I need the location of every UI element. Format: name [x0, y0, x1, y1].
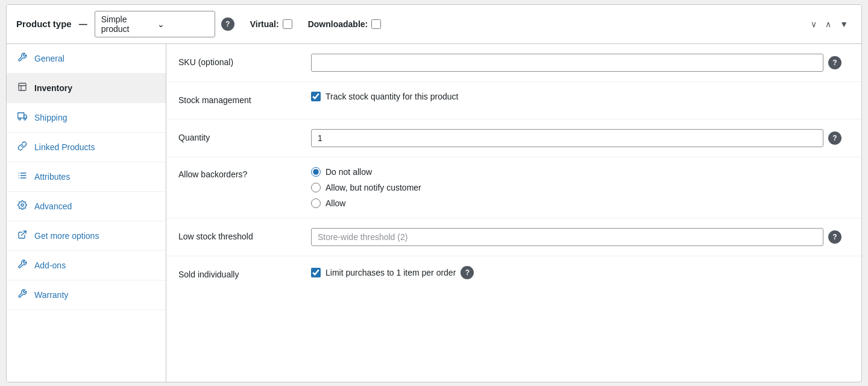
svg-rect-3 [18, 113, 24, 118]
product-type-value: Simple product [101, 14, 153, 34]
sidebar-item-shipping-label: Shipping [34, 113, 68, 122]
body-layout: General Inventory Shipping [7, 44, 861, 382]
stock-management-checkbox[interactable] [311, 92, 321, 101]
svg-point-13 [21, 204, 24, 206]
collapse-button[interactable]: ∨ [807, 17, 820, 31]
content-area: SKU (optional) ? Stock management Track … [166, 44, 861, 382]
quantity-help-icon[interactable]: ? [828, 131, 841, 145]
backorder-do-not-allow-radio[interactable] [311, 167, 321, 177]
backorders-field: Do not allow Allow, but notify customer … [311, 167, 849, 208]
sold-individually-row: Sold individually Limit purchases to 1 i… [166, 256, 861, 294]
low-stock-label: Low stock threshold [178, 228, 311, 241]
backorder-allow-notify-label[interactable]: Allow, but notify customer [311, 183, 421, 192]
shipping-icon [16, 112, 28, 124]
sku-help-icon[interactable]: ? [828, 56, 841, 69]
backorders-label: Allow backorders? [178, 167, 311, 179]
quantity-field: ? [311, 129, 849, 147]
sold-individually-help-icon[interactable]: ? [461, 266, 474, 279]
sidebar-item-inventory-label: Inventory [34, 83, 72, 93]
virtual-row: Virtual: [250, 19, 292, 29]
downloadable-checkbox[interactable] [371, 19, 381, 29]
sold-individually-check-label[interactable]: Limit purchases to 1 item per order [311, 268, 456, 277]
stock-management-field: Track stock quantity for this product [311, 92, 849, 101]
link-icon [16, 141, 28, 153]
product-type-select[interactable]: Simple product ⌄ [95, 11, 215, 37]
more-button[interactable]: ▼ [836, 17, 852, 31]
sidebar-item-advanced[interactable]: Advanced [7, 192, 166, 221]
plug-icon [16, 230, 28, 242]
wrench-icon [16, 52, 28, 65]
backorder-allow-text: Allow [326, 198, 345, 208]
sold-individually-field: Limit purchases to 1 item per order ? [311, 266, 849, 279]
sidebar-item-add-ons[interactable]: Add-ons [7, 251, 166, 280]
gear-icon [16, 200, 28, 212]
low-stock-row: Low stock threshold ? [166, 218, 861, 256]
quantity-input[interactable] [311, 129, 823, 147]
svg-line-14 [22, 231, 26, 235]
low-stock-input[interactable] [311, 228, 823, 246]
stock-management-label: Stock management [178, 92, 311, 105]
sidebar-item-shipping[interactable]: Shipping [7, 103, 166, 133]
sold-individually-label: Sold individually [178, 266, 311, 279]
backorder-allow-notify-text: Allow, but notify customer [326, 183, 421, 192]
svg-marker-4 [24, 115, 27, 118]
product-panel: Product type — Simple product ⌄ ? Virtua… [6, 4, 862, 382]
backorders-radio-group: Do not allow Allow, but notify customer … [311, 167, 421, 208]
sidebar: General Inventory Shipping [7, 44, 166, 382]
low-stock-help-icon[interactable]: ? [828, 230, 841, 244]
sidebar-item-general-label: General [34, 54, 64, 63]
downloadable-row: Downloadable: [308, 19, 382, 29]
backorder-do-not-allow-text: Do not allow [326, 167, 372, 177]
expand-button[interactable]: ∧ [822, 17, 835, 31]
sku-row: SKU (optional) ? [166, 44, 861, 82]
sidebar-item-linked-products[interactable]: Linked Products [7, 133, 166, 162]
virtual-checkbox[interactable] [283, 19, 292, 29]
sidebar-item-advanced-label: Advanced [34, 201, 72, 211]
sold-individually-checkbox[interactable] [311, 268, 321, 277]
sku-label: SKU (optional) [178, 54, 311, 67]
backorder-do-not-allow-label[interactable]: Do not allow [311, 167, 421, 177]
chevron-down-icon: ⌄ [157, 19, 209, 29]
sku-input[interactable] [311, 54, 823, 72]
sidebar-item-inventory[interactable]: Inventory [7, 74, 166, 103]
product-type-help-icon[interactable]: ? [221, 17, 234, 31]
sidebar-item-warranty-label: Warranty [34, 290, 68, 300]
warranty-icon [16, 289, 28, 301]
virtual-label: Virtual: [250, 19, 279, 29]
sidebar-item-attributes-label: Attributes [34, 172, 70, 182]
product-type-label: Product type [16, 19, 72, 29]
header-controls: ∨ ∧ ▼ [807, 17, 852, 31]
sidebar-item-attributes[interactable]: Attributes [7, 162, 166, 192]
stock-management-row: Stock management Track stock quantity fo… [166, 82, 861, 119]
inventory-icon [16, 82, 28, 94]
header-bar: Product type — Simple product ⌄ ? Virtua… [7, 5, 861, 44]
sidebar-item-linked-products-label: Linked Products [34, 142, 95, 152]
quantity-label: Quantity [178, 129, 311, 142]
backorder-allow-label[interactable]: Allow [311, 198, 421, 208]
sku-field: ? [311, 54, 849, 72]
svg-point-6 [24, 118, 26, 119]
attributes-icon [16, 171, 28, 183]
stock-management-check-label[interactable]: Track stock quantity for this product [311, 92, 458, 101]
stock-management-checkbox-text: Track stock quantity for this product [326, 92, 458, 101]
sidebar-item-get-more-options[interactable]: Get more options [7, 221, 166, 251]
svg-point-5 [19, 118, 20, 119]
sidebar-item-add-ons-label: Add-ons [34, 261, 66, 270]
sold-individually-checkbox-text: Limit purchases to 1 item per order [326, 268, 456, 277]
sidebar-item-general[interactable]: General [7, 44, 166, 74]
backorder-allow-radio[interactable] [311, 198, 321, 208]
low-stock-field: ? [311, 228, 849, 246]
addons-icon [16, 259, 28, 271]
header-dash: — [79, 19, 87, 29]
backorder-allow-notify-radio[interactable] [311, 183, 321, 192]
sidebar-item-warranty[interactable]: Warranty [7, 280, 166, 310]
sidebar-item-get-more-options-label: Get more options [34, 231, 99, 241]
downloadable-label: Downloadable: [308, 19, 368, 29]
svg-rect-0 [19, 83, 26, 90]
quantity-row: Quantity ? [166, 119, 861, 157]
backorders-row: Allow backorders? Do not allow Allow, bu… [166, 157, 861, 218]
